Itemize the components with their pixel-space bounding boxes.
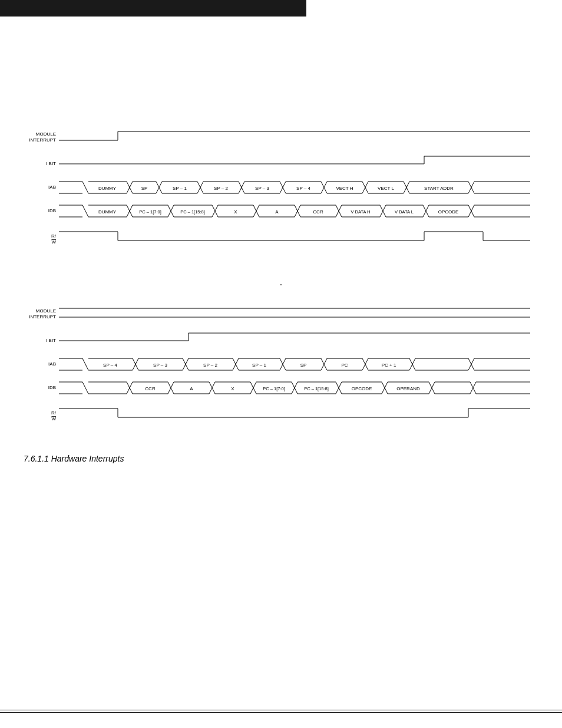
svg-text:X: X — [231, 386, 234, 391]
svg-text:VECT L: VECT L — [378, 186, 394, 191]
svg-line-179 — [82, 382, 88, 394]
svg-text:SP – 3: SP – 3 — [153, 363, 167, 368]
svg-text:SP: SP — [141, 186, 148, 191]
svg-text:INTERRUPT: INTERRUPT — [29, 314, 56, 319]
svg-text:VECT H: VECT H — [336, 186, 353, 191]
svg-text:I BIT: I BIT — [46, 161, 56, 166]
svg-text:SP: SP — [300, 363, 307, 368]
svg-text:PC + 1: PC + 1 — [382, 363, 396, 368]
svg-text:CCR: CCR — [313, 209, 323, 215]
timing-svg-2: MODULE INTERRUPT I BIT IAB IDB R/ W — [24, 299, 536, 435]
svg-text:W: W — [51, 416, 56, 421]
svg-text:PC – 1[7:0]: PC – 1[7:0] — [263, 386, 285, 391]
svg-text:R/: R/ — [51, 410, 57, 416]
svg-text:W: W — [51, 239, 56, 245]
svg-text:A: A — [275, 209, 279, 215]
svg-line-66 — [82, 205, 88, 217]
svg-line-16 — [82, 182, 88, 193]
svg-text:PC – 1[15:8]: PC – 1[15:8] — [304, 386, 329, 391]
svg-text:V DATA H: V DATA H — [351, 209, 370, 215]
svg-text:A: A — [190, 386, 193, 391]
svg-text:SP – 1: SP – 1 — [173, 186, 187, 191]
svg-line-135 — [82, 358, 88, 370]
svg-text:SP – 4: SP – 4 — [103, 363, 117, 368]
svg-text:SP – 2: SP – 2 — [214, 186, 228, 191]
svg-text:MODULE: MODULE — [36, 131, 56, 137]
svg-text:SP – 3: SP – 3 — [255, 186, 269, 191]
svg-text:IAB: IAB — [48, 185, 56, 190]
svg-text:R/: R/ — [51, 233, 57, 239]
svg-text:SP – 4: SP – 4 — [296, 186, 310, 191]
svg-text:DUMMY: DUMMY — [98, 209, 117, 215]
timing-diagram-2: MODULE INTERRUPT I BIT IAB IDB R/ W — [24, 299, 538, 436]
svg-text:OPERAND: OPERAND — [396, 386, 420, 391]
svg-text:IDB: IDB — [48, 385, 56, 390]
svg-text:PC – 1[15:8]: PC – 1[15:8] — [180, 209, 205, 215]
svg-text:X: X — [234, 209, 237, 215]
timing-svg-1: MODULE INTERRUPT I BIT IAB IDB R/ W — [24, 123, 536, 258]
svg-text:I BIT: I BIT — [46, 338, 56, 343]
svg-text:V DATA L: V DATA L — [395, 209, 414, 215]
svg-text:PC – 1[7:0]: PC – 1[7:0] — [139, 209, 161, 215]
section-title: 7.6.1.1 Hardware Interrupts — [24, 454, 538, 463]
timing-diagram-1: MODULE INTERRUPT I BIT IAB IDB R/ W — [24, 123, 538, 259]
svg-text:SP – 1: SP – 1 — [252, 363, 266, 368]
svg-text:IAB: IAB — [48, 361, 56, 367]
dot-separator: . — [24, 277, 538, 288]
svg-text:PC: PC — [341, 363, 348, 368]
bottom-line — [0, 710, 562, 710]
svg-text:IDB: IDB — [48, 208, 56, 213]
svg-text:MODULE: MODULE — [36, 308, 56, 314]
svg-text:CCR: CCR — [145, 386, 156, 391]
svg-text:INTERRUPT: INTERRUPT — [29, 137, 56, 143]
bottom-line-2 — [0, 712, 562, 713]
svg-text:START ADDR: START ADDR — [424, 186, 454, 191]
svg-text:OPCODE: OPCODE — [352, 386, 372, 391]
header-bar — [0, 0, 306, 17]
svg-text:SP – 2: SP – 2 — [203, 363, 217, 368]
svg-text:OPCODE: OPCODE — [438, 209, 459, 215]
svg-text:DUMMY: DUMMY — [98, 186, 117, 191]
